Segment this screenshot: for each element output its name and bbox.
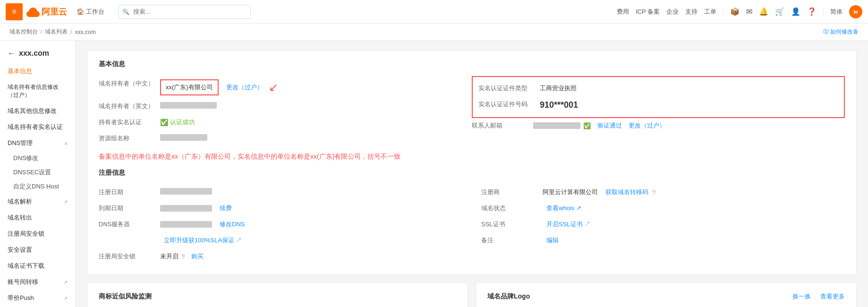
cert-code-row: 实名认证证件号码 910***001	[478, 97, 838, 113]
nav-divider-2	[823, 8, 824, 16]
hamburger-button[interactable]: ≡	[6, 3, 23, 20]
help-icon[interactable]: ❓	[807, 7, 817, 16]
cart-icon[interactable]: 🛒	[775, 7, 784, 16]
basic-info-grid: 域名持有者（中文） xx(广东)有限公司 更改（过户） ↙ 域名持有者（英文）	[99, 76, 845, 147]
breadcrumb-domain-list[interactable]: 域名列表	[45, 28, 68, 36]
mail-icon[interactable]: ✉	[746, 7, 752, 16]
reg-left: 注册日期 到期日期 续费 DNS服务器 修改DNS	[99, 185, 462, 265]
workbench-link[interactable]: 🏠 工作台	[77, 8, 104, 16]
cert-highlight-box: 实名认证证件类型 工商营业执照 实名认证证件号码 910***001	[472, 76, 845, 118]
expire-value-area: 续费	[160, 204, 232, 213]
cert-code-label: 实名认证证件号码	[478, 100, 540, 109]
dns-label: DNS管理	[8, 139, 33, 147]
owner-en-value	[160, 102, 217, 109]
whois-link[interactable]: 查看whois ↗	[546, 204, 581, 213]
nav-divider	[723, 8, 723, 16]
domain-status-row: 域名状态 查看whois ↗	[481, 201, 845, 217]
basic-info-left: 域名持有者（中文） xx(广东)有限公司 更改（过户） ↙ 域名持有者（英文）	[99, 76, 472, 147]
note-row: 备注 编辑	[481, 233, 845, 249]
email-change-link[interactable]: 更改（过户）	[629, 121, 665, 130]
sidebar-item-owner-modify[interactable]: 域名持有者信息修改（过户）	[0, 79, 75, 103]
warning-text: 备案信息中的单位名称是xx（广东）有限公司，实名信息中的单位名称是xx(广东)有…	[99, 147, 845, 169]
resource-label: 资源组名称	[99, 134, 160, 143]
auth-label: 持有者实名认证	[99, 118, 160, 127]
transfer-code-link[interactable]: 获取域名转移码	[605, 188, 648, 196]
expire-value	[160, 205, 212, 212]
sidebar-item-custom-dns[interactable]: 自定义DNS Host	[0, 179, 75, 194]
nav-support[interactable]: 支持	[685, 8, 698, 16]
reg-date-value	[160, 188, 212, 195]
sidebar-item-dns[interactable]: DNS管理 ∧	[0, 135, 75, 151]
main-content: 基本信息 域名持有者（中文） xx(广东)有限公司 更改（过户） ↙	[76, 41, 868, 307]
hamburger-icon: ≡	[12, 8, 16, 16]
reg-right: 注册商 阿里云计算有限公司 获取域名转移码 ? 域名状态 查看whois ↗ S…	[481, 185, 845, 265]
help-modify-link[interactable]: ⓪ 如何修改备	[823, 28, 859, 36]
account-transfer-label: 账号间转移	[8, 278, 38, 286]
registrar-value: 阿里云计算有限公司	[543, 188, 598, 196]
sidebar-item-cert-download[interactable]: 域名证书下载	[0, 258, 75, 274]
basic-info-section: 基本信息 域名持有者（中文） xx(广东)有限公司 更改（过户） ↙	[87, 50, 857, 275]
email-value	[533, 122, 580, 129]
email-verify-link[interactable]: 验证通过	[597, 121, 622, 130]
domain-logo-title: 域名品牌Logo	[487, 292, 530, 301]
push-label: 带价Push	[8, 294, 34, 302]
owner-cn-label: 域名持有者（中文）	[99, 79, 160, 88]
package-icon[interactable]: 📦	[730, 7, 740, 16]
sidebar-item-security[interactable]: 安全设置	[0, 242, 75, 258]
dns-row: DNS服务器 修改DNS	[99, 217, 462, 233]
see-more-link[interactable]: 查看更多	[820, 292, 845, 301]
question-icon: ?	[181, 253, 185, 260]
upgrade-sla-link[interactable]: 立即升级获100%SLA保证 ↗	[164, 236, 242, 245]
nav-right: 费用 ICP 备案 企业 支持 工单 📦 ✉ 🔔 🛒 👤 ❓ 简体 Ie	[617, 5, 862, 18]
dns-modify-link[interactable]: 修改DNS	[220, 220, 245, 229]
sidebar-item-basic-info[interactable]: 基本信息	[0, 63, 75, 79]
sidebar-domain-title: xxx.com	[19, 49, 49, 58]
note-edit-link[interactable]: 编辑	[546, 236, 559, 245]
sidebar-item-domain-transfer[interactable]: 域名转出	[0, 210, 75, 226]
sidebar-item-realname[interactable]: 域名持有者实名认证	[0, 119, 75, 135]
security-lock-area: 未开启 ? 购买	[160, 252, 204, 261]
ssl-enable-link[interactable]: 开启SSL证书 ↗	[546, 220, 590, 229]
sidebar-item-dns-modify[interactable]: DNS修改	[0, 151, 75, 165]
expire-renew-link[interactable]: 续费	[220, 204, 232, 213]
search-wrapper	[119, 5, 251, 19]
logo-icon	[26, 7, 40, 17]
nav-enterprise[interactable]: 企业	[666, 8, 679, 16]
nav-icp[interactable]: ICP 备案	[636, 8, 660, 16]
bell-icon[interactable]: 🔔	[759, 7, 768, 16]
check-circle-icon: ✅	[160, 119, 168, 126]
nav-fees[interactable]: 费用	[617, 8, 629, 16]
reg-date-row: 注册日期	[99, 185, 462, 201]
sidebar-item-dns-resolve[interactable]: 域名解析 ↗	[0, 194, 75, 210]
aliyun-logo: 阿里云	[26, 6, 67, 17]
user-icon[interactable]: 👤	[791, 7, 800, 16]
security-buy-link[interactable]: 购买	[191, 252, 204, 261]
nav-ticket[interactable]: 工单	[704, 8, 716, 16]
top-navigation: ≡ 阿里云 🏠 工作台 费用 ICP 备案 企业 支持 工单 📦 ✉ 🔔 🛒 👤…	[0, 0, 868, 24]
search-input[interactable]	[119, 5, 251, 19]
sidebar-item-other-modify[interactable]: 域名其他信息修改	[0, 103, 75, 119]
expand-dns-icon: ∧	[64, 141, 68, 146]
sidebar-item-dnssec[interactable]: DNSSEC设置	[0, 165, 75, 179]
owner-en-row: 域名持有者（英文）	[99, 99, 472, 115]
owner-cn-highlight: xx(广东)有限公司	[160, 79, 219, 95]
sidebar-item-push[interactable]: 带价Push ↗	[0, 290, 75, 306]
expire-label: 到期日期	[99, 204, 160, 213]
cert-type-row: 实名认证证件类型 工商营业执照	[478, 81, 838, 97]
sidebar-item-account-transfer[interactable]: 账号间转移 ↗	[0, 274, 75, 290]
sidebar-item-registry-lock[interactable]: 注册局安全锁	[0, 226, 75, 242]
breadcrumb-domain-control[interactable]: 域名控制台	[9, 28, 38, 36]
user-avatar[interactable]: Ie	[849, 5, 862, 18]
security-lock-label: 注册局安全锁	[99, 252, 160, 261]
domain-logo-links: 换一换 查看更多	[789, 292, 845, 301]
owner-en-label: 域名持有者（英文）	[99, 102, 160, 111]
help-registrar-icon[interactable]: ?	[652, 189, 655, 196]
dns-server-label: DNS服务器	[99, 220, 160, 229]
back-arrow-button[interactable]: ←	[8, 49, 15, 58]
language-select[interactable]: 简体	[830, 8, 842, 16]
resource-value	[160, 134, 207, 141]
change-logo-link[interactable]: 换一换	[792, 292, 811, 301]
owner-cn-change-link[interactable]: 更改（过户）	[226, 83, 263, 92]
domain-logo-header: 域名品牌Logo 换一换 查看更多	[487, 292, 845, 307]
owner-cn-value: xx(广东)有限公司	[166, 83, 213, 92]
